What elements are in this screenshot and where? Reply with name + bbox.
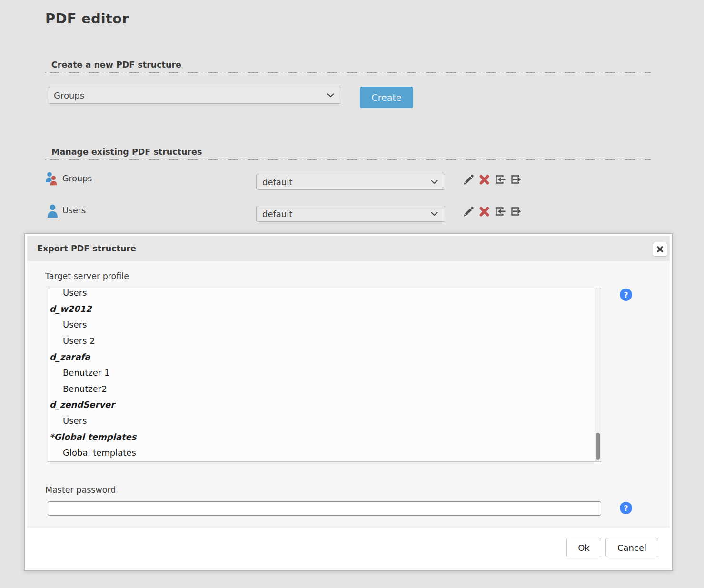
ok-button[interactable]: Ok [566, 538, 601, 557]
pdf-structure-type-value: Groups [54, 90, 84, 100]
delete-x-icon [479, 174, 490, 185]
export-pdf-structure-dialog: Export PDF structure Target server profi… [24, 233, 673, 571]
delete-button[interactable] [479, 206, 490, 217]
chevron-down-icon [327, 93, 334, 98]
edit-button[interactable] [463, 174, 474, 185]
groups-icon [45, 172, 58, 188]
profile-option[interactable]: Users [48, 317, 601, 333]
profile-list: Users d_w2012 Users Users 2 d_zarafa Ben… [48, 288, 601, 461]
section-divider [45, 159, 651, 160]
edit-button[interactable] [463, 206, 474, 217]
cancel-button[interactable]: Cancel [605, 538, 658, 557]
structure-row-label-groups: Groups [62, 174, 92, 183]
import-icon [495, 174, 506, 185]
export-icon [510, 206, 521, 217]
manage-section-heading: Manage existing PDF structures [51, 147, 202, 157]
profile-option[interactable]: Benutzer2 [48, 381, 601, 397]
delete-button[interactable] [479, 174, 490, 185]
target-server-profile-label: Target server profile [45, 271, 129, 281]
create-button[interactable]: Create [360, 87, 413, 108]
dialog-body: Target server profile Users d_w2012 User… [27, 261, 670, 528]
profile-group-header[interactable]: *Global templates [48, 429, 601, 445]
dialog-header: Export PDF structure [27, 236, 670, 261]
users-profile-value: default [262, 209, 292, 219]
page-title: PDF editor [45, 10, 129, 27]
help-question-icon[interactable]: ? [620, 289, 632, 301]
help-question-icon[interactable]: ? [620, 502, 632, 514]
master-password-label: Master password [45, 485, 116, 495]
users-profile-select[interactable]: default [256, 206, 445, 222]
import-button[interactable] [495, 174, 506, 185]
profile-option[interactable]: Users 2 [48, 333, 601, 349]
master-password-input[interactable] [48, 501, 601, 516]
profile-option[interactable]: Users [48, 288, 601, 301]
delete-x-icon [479, 206, 490, 217]
listbox-scrollbar[interactable] [595, 288, 601, 461]
user-icon [47, 204, 58, 219]
groups-profile-select[interactable]: default [256, 174, 445, 190]
export-icon [510, 174, 521, 185]
profile-group-header[interactable]: d_zarafa [48, 349, 601, 365]
target-server-profile-listbox[interactable]: Users d_w2012 Users Users 2 d_zarafa Ben… [48, 288, 601, 462]
export-button[interactable] [510, 174, 521, 185]
profile-option[interactable]: Benutzer 1 [48, 365, 601, 381]
dialog-title: Export PDF structure [27, 244, 136, 253]
structure-row-label-users: Users [62, 206, 86, 215]
groups-actions [463, 174, 521, 185]
profile-option[interactable]: Users [48, 413, 601, 429]
create-section-heading: Create a new PDF structure [51, 60, 181, 70]
scrollbar-thumb[interactable] [596, 433, 600, 460]
users-actions [463, 206, 521, 217]
import-icon [495, 206, 506, 217]
pencil-icon [463, 206, 474, 217]
pencil-icon [463, 174, 474, 185]
profile-group-header[interactable]: d_w2012 [48, 301, 601, 317]
chevron-down-icon [431, 180, 438, 184]
import-button[interactable] [495, 206, 506, 217]
profile-option[interactable]: Global templates [48, 445, 601, 461]
dialog-footer: Ok Cancel [27, 528, 670, 568]
pdf-structure-type-select[interactable]: Groups [48, 87, 341, 104]
export-button[interactable] [510, 206, 521, 217]
chevron-down-icon [431, 212, 438, 216]
groups-profile-value: default [262, 177, 292, 187]
section-divider [45, 72, 651, 73]
profile-group-header[interactable]: d_zendServer [48, 397, 601, 413]
close-button[interactable] [653, 242, 667, 257]
close-x-icon [656, 245, 664, 253]
